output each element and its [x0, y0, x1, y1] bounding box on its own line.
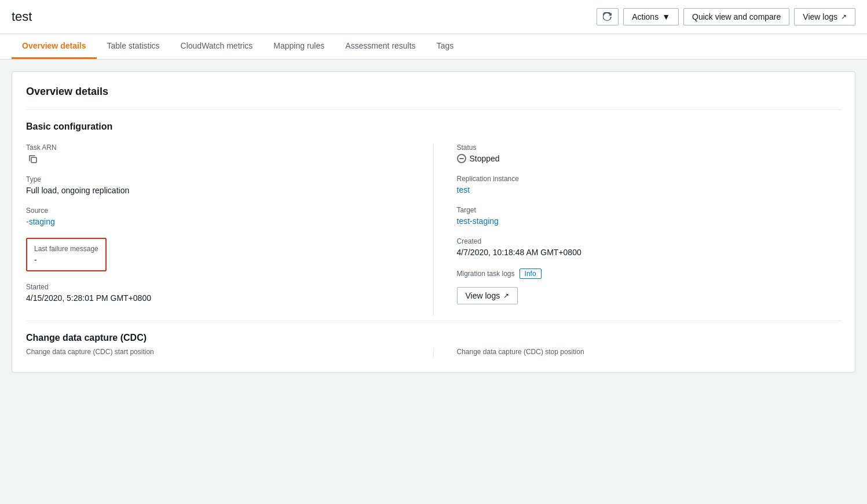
actions-button[interactable]: Actions ▼: [623, 8, 679, 25]
tab-table-statistics[interactable]: Table statistics: [97, 34, 170, 59]
view-logs-button-card[interactable]: View logs ↗: [457, 287, 518, 304]
cdc-section-title: Change data capture (CDC): [26, 333, 841, 343]
last-failure-highlighted: Last failure message -: [26, 238, 107, 271]
last-failure-value: -: [34, 255, 98, 264]
tab-assessment-results[interactable]: Assessment results: [335, 34, 426, 59]
last-failure-label: Last failure message: [34, 245, 98, 253]
migration-logs-label: Migration task logs: [457, 270, 515, 278]
status-stopped-icon: [457, 154, 466, 163]
copy-icon[interactable]: [28, 154, 38, 164]
cdc-grid: Change data capture (CDC) start position…: [26, 348, 841, 358]
section-divider-cdc: [26, 321, 841, 321]
created-value: 4/7/2020, 10:18:48 AM GMT+0800: [457, 248, 842, 257]
started-label: Started: [26, 283, 415, 291]
tab-cloudwatch-metrics[interactable]: CloudWatch metrics: [170, 34, 264, 59]
task-arn-field: Task ARN: [26, 144, 415, 164]
cdc-left: Change data capture (CDC) start position: [26, 348, 434, 358]
overview-details-card: Overview details Basic configuration Tas…: [12, 71, 855, 373]
section-basic-config-title: Basic configuration: [26, 122, 841, 132]
tab-tags[interactable]: Tags: [426, 34, 464, 59]
header-actions: Actions ▼ Quick view and compare View lo…: [597, 8, 855, 25]
view-logs-button-header[interactable]: View logs ↗: [794, 8, 855, 25]
target-value[interactable]: test-staging: [457, 216, 499, 226]
type-field: Type Full load, ongoing replication: [26, 175, 415, 195]
created-field: Created 4/7/2020, 10:18:48 AM GMT+0800: [457, 237, 842, 257]
type-label: Type: [26, 175, 415, 183]
basic-config-left: Task ARN Type Full lo: [26, 144, 434, 316]
external-link-icon-card: ↗: [503, 292, 509, 300]
status-field: Status Stopped: [457, 144, 842, 163]
status-label: Status: [457, 144, 842, 152]
source-label: Source: [26, 207, 415, 215]
replication-instance-field: Replication instance test: [457, 175, 842, 194]
refresh-button[interactable]: [597, 8, 619, 25]
source-value[interactable]: -staging: [26, 217, 55, 226]
page-title: test: [12, 9, 32, 24]
target-field: Target test-staging: [457, 206, 842, 226]
type-value: Full load, ongoing replication: [26, 186, 415, 195]
replication-instance-value[interactable]: test: [457, 185, 470, 194]
cdc-start-label: Change data capture (CDC) start position: [26, 348, 415, 356]
status-value: Stopped: [457, 154, 842, 163]
started-field: Started 4/15/2020, 5:28:01 PM GMT+0800: [26, 283, 415, 303]
last-failure-field: Last failure message -: [26, 238, 415, 271]
external-link-icon: ↗: [841, 13, 847, 21]
target-label: Target: [457, 206, 842, 214]
source-field: Source -staging: [26, 207, 415, 226]
page-header: test Actions ▼ Quick view and compare Vi…: [0, 0, 867, 34]
cdc-stop-label: Change data capture (CDC) stop position: [457, 348, 842, 356]
dropdown-icon: ▼: [662, 12, 670, 21]
quick-view-button[interactable]: Quick view and compare: [683, 8, 789, 25]
started-value: 4/15/2020, 5:28:01 PM GMT+0800: [26, 293, 415, 303]
basic-config-right: Status Stopped Replication instance test…: [434, 144, 842, 316]
refresh-icon: [603, 12, 612, 21]
svg-rect-0: [31, 157, 36, 163]
info-badge[interactable]: Info: [520, 268, 542, 279]
basic-config-grid: Task ARN Type Full lo: [26, 144, 841, 316]
task-arn-value: [26, 154, 415, 164]
migration-logs-field: Migration task logs Info View logs ↗: [457, 268, 842, 304]
task-arn-label: Task ARN: [26, 144, 415, 152]
cdc-right: Change data capture (CDC) stop position: [434, 348, 842, 358]
tab-mapping-rules[interactable]: Mapping rules: [263, 34, 335, 59]
main-content: Overview details Basic configuration Tas…: [0, 60, 867, 384]
replication-instance-label: Replication instance: [457, 175, 842, 183]
migration-logs-row: Migration task logs Info: [457, 268, 842, 279]
created-label: Created: [457, 237, 842, 245]
card-title: Overview details: [26, 86, 841, 98]
tab-overview-details[interactable]: Overview details: [12, 34, 97, 59]
tabs-bar: Overview details Table statistics CloudW…: [0, 34, 867, 60]
